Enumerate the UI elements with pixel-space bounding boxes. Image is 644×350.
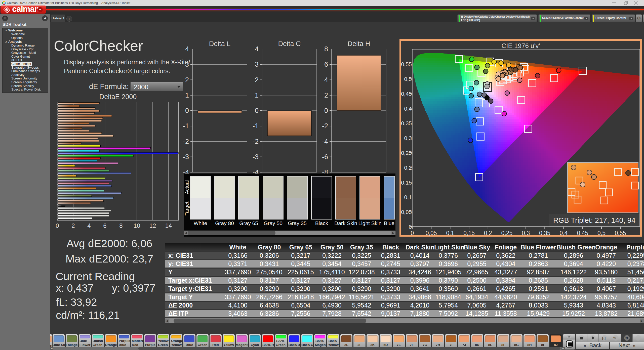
svg-text:0,5: 0,5 [404, 76, 412, 82]
svg-text:0: 0 [185, 107, 189, 114]
svg-text:0: 0 [411, 230, 414, 236]
svg-text:1: 1 [255, 92, 259, 99]
svg-text:3: 3 [255, 61, 259, 68]
svg-text:2: 2 [255, 76, 259, 84]
svg-text:0,25: 0,25 [501, 230, 513, 236]
svg-text:Delta L: Delta L [209, 41, 231, 48]
svg-text:0,15: 0,15 [401, 180, 412, 186]
svg-text:4: 4 [324, 76, 328, 84]
svg-text:-1: -1 [253, 122, 259, 130]
svg-text:0: 0 [409, 224, 412, 230]
svg-text:0,35: 0,35 [401, 120, 412, 126]
svg-text:0,35: 0,35 [539, 230, 550, 236]
svg-text:0,15: 0,15 [463, 230, 475, 236]
svg-text:-4: -4 [322, 138, 328, 145]
svg-text:Delta C: Delta C [278, 41, 301, 48]
svg-text:3: 3 [185, 61, 189, 68]
svg-text:0,1: 0,1 [446, 230, 454, 236]
svg-text:Delta H: Delta H [347, 41, 370, 48]
svg-text:0,1: 0,1 [404, 194, 412, 200]
svg-text:0: 0 [255, 107, 259, 114]
svg-text:2: 2 [185, 76, 189, 84]
svg-text:-2: -2 [322, 122, 328, 130]
svg-text:0,45: 0,45 [577, 230, 588, 236]
svg-text:8: 8 [324, 45, 328, 53]
svg-text:0,45: 0,45 [401, 91, 412, 97]
svg-text:0,05: 0,05 [426, 230, 437, 236]
svg-text:6: 6 [324, 61, 328, 68]
svg-text:-3: -3 [253, 153, 259, 161]
svg-text:1: 1 [185, 92, 189, 99]
svg-text:0,4: 0,4 [404, 106, 412, 112]
svg-text:4: 4 [185, 45, 189, 53]
svg-text:-1: -1 [183, 122, 189, 130]
svg-text:0: 0 [324, 107, 328, 114]
svg-text:-2: -2 [183, 138, 189, 145]
svg-text:0,2: 0,2 [484, 230, 492, 236]
svg-text:0,3: 0,3 [404, 135, 412, 141]
svg-text:-6: -6 [322, 153, 328, 161]
svg-text:0,5: 0,5 [597, 230, 606, 236]
svg-text:4: 4 [255, 45, 259, 53]
svg-text:0,4: 0,4 [560, 230, 568, 236]
svg-text:0,25: 0,25 [401, 150, 412, 156]
svg-text:0,55: 0,55 [615, 230, 626, 236]
svg-text:0,3: 0,3 [522, 230, 530, 236]
svg-text:2: 2 [324, 92, 328, 99]
svg-text:0,55: 0,55 [401, 61, 412, 67]
svg-text:0,05: 0,05 [401, 209, 412, 215]
svg-text:-2: -2 [253, 138, 259, 145]
svg-text:0,2: 0,2 [404, 165, 412, 171]
svg-text:-3: -3 [183, 153, 189, 161]
